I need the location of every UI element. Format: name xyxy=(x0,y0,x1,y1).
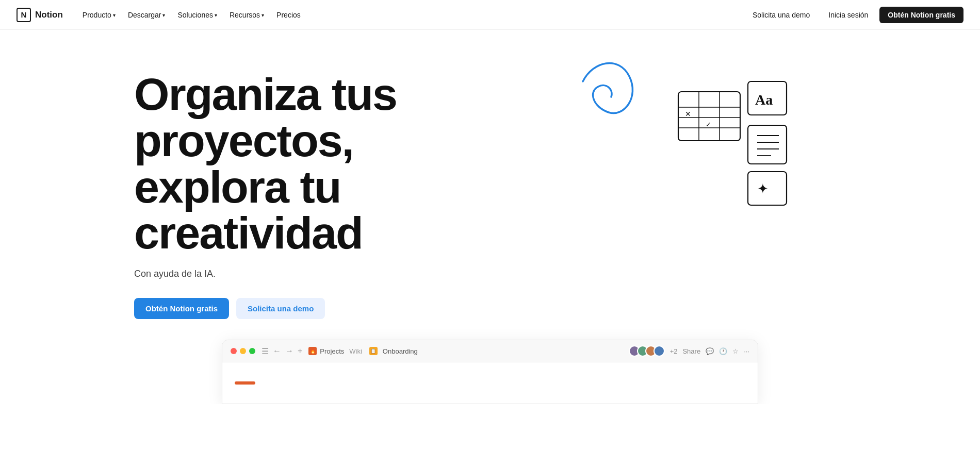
more-icon[interactable]: ··· xyxy=(744,347,749,355)
onboarding-tab-label[interactable]: Onboarding xyxy=(383,347,418,355)
browser-controls: ☰ ← → + xyxy=(262,346,302,356)
projects-tab-label: Projects xyxy=(320,347,344,355)
chevron-down-icon: ▾ xyxy=(262,12,264,18)
avatar-4 xyxy=(654,345,665,357)
wiki-tab-label[interactable]: Wiki xyxy=(349,347,362,355)
navbar: N Notion Producto ▾ Descargar ▾ Solucion… xyxy=(0,0,980,30)
avatar-count: +2 xyxy=(670,347,678,355)
hero-image: ✕ ✓ Aa ✦ xyxy=(526,51,805,267)
dot-yellow xyxy=(240,348,246,354)
svg-text:✕: ✕ xyxy=(685,110,691,118)
back-icon[interactable]: ← xyxy=(273,346,281,356)
nav-right: Solicita una demo Inicia sesión Obtén No… xyxy=(745,7,963,23)
nav-soluciones[interactable]: Soluciones ▾ xyxy=(172,8,222,22)
dot-red xyxy=(231,348,237,354)
add-icon[interactable]: + xyxy=(298,346,302,356)
hero-title: Organiza tus proyectos, explora tu creat… xyxy=(134,71,413,256)
request-demo-button[interactable]: Solicita una demo xyxy=(745,7,817,23)
history-icon[interactable]: 🕐 xyxy=(719,347,727,355)
nav-precios[interactable]: Precios xyxy=(271,8,306,22)
browser-mockup: ☰ ← → + 🔥 Projects Wiki 📋 Onboarding xyxy=(222,340,758,404)
hero-illustration: ✕ ✓ Aa ✦ xyxy=(413,51,918,267)
share-button[interactable]: Share xyxy=(682,347,700,355)
signup-button[interactable]: Obtén Notion gratis xyxy=(879,7,963,23)
logo-icon: N xyxy=(17,8,31,22)
logo-letter: N xyxy=(21,10,27,19)
browser-content-inner xyxy=(222,373,758,393)
nav-descargar[interactable]: Descargar ▾ xyxy=(123,8,171,22)
logo[interactable]: N Notion xyxy=(17,8,63,22)
svg-rect-10 xyxy=(748,125,787,164)
browser-bar: ☰ ← → + 🔥 Projects Wiki 📋 Onboarding xyxy=(222,340,758,362)
logo-text: Notion xyxy=(35,10,63,20)
chevron-down-icon: ▾ xyxy=(215,12,217,18)
onboarding-tab-icon: 📋 xyxy=(369,347,378,355)
svg-text:Aa: Aa xyxy=(755,92,773,108)
dot-green xyxy=(249,348,255,354)
hero-subtitle: Con ayuda de la IA. xyxy=(134,269,413,279)
browser-tab-projects[interactable]: 🔥 Projects Wiki 📋 Onboarding xyxy=(308,347,417,355)
hero-signup-button[interactable]: Obtén Notion gratis xyxy=(134,298,229,319)
illustration-svg: ✕ ✓ Aa ✦ xyxy=(526,51,805,267)
star-icon[interactable]: ☆ xyxy=(732,347,739,355)
browser-right-controls: +2 Share 💬 🕐 ☆ ··· xyxy=(632,345,749,357)
hero-buttons: Obtén Notion gratis Solicita una demo xyxy=(134,298,413,319)
avatar-group xyxy=(632,345,665,357)
hero-demo-button[interactable]: Solicita una demo xyxy=(236,298,325,319)
browser-content xyxy=(222,362,758,404)
content-accent xyxy=(235,381,255,385)
browser-section: ☰ ← → + 🔥 Projects Wiki 📋 Onboarding xyxy=(0,340,980,404)
hero-section: Organiza tus proyectos, explora tu creat… xyxy=(0,30,980,340)
svg-text:✦: ✦ xyxy=(757,181,769,196)
nav-menu: Producto ▾ Descargar ▾ Soluciones ▾ Recu… xyxy=(77,8,306,22)
nav-left: N Notion Producto ▾ Descargar ▾ Solucion… xyxy=(17,8,306,22)
chevron-down-icon: ▾ xyxy=(113,12,116,18)
nav-recursos[interactable]: Recursos ▾ xyxy=(224,8,269,22)
browser-dots xyxy=(231,348,255,354)
menu-icon[interactable]: ☰ xyxy=(262,346,269,356)
nav-producto[interactable]: Producto ▾ xyxy=(77,8,121,22)
comment-icon[interactable]: 💬 xyxy=(706,347,714,355)
svg-text:✓: ✓ xyxy=(706,121,711,128)
projects-tab-icon: 🔥 xyxy=(308,347,317,355)
chevron-down-icon: ▾ xyxy=(162,12,165,18)
login-button[interactable]: Inicia sesión xyxy=(821,7,875,23)
forward-icon[interactable]: → xyxy=(285,346,293,356)
hero-left: Organiza tus proyectos, explora tu creat… xyxy=(134,61,413,319)
